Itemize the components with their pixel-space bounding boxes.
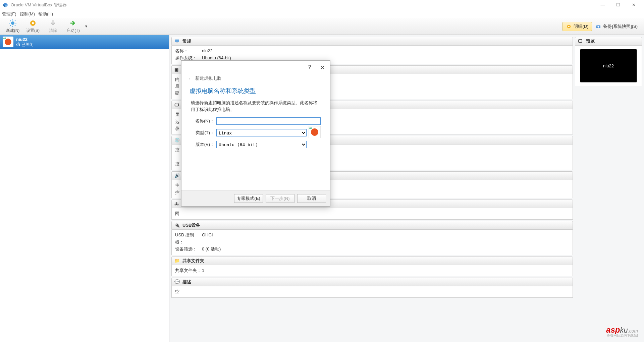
dialog-help-button[interactable]: ?	[303, 61, 316, 73]
toolbar-details-label: 明细(D)	[574, 23, 588, 30]
preview-thumbnail: niu22	[580, 49, 637, 82]
disk-icon: 💿	[174, 137, 180, 143]
svg-line-8	[10, 20, 11, 21]
dialog-heading: 虚拟电脑名称和系统类型	[181, 84, 330, 96]
menu-file[interactable]: 管理(F)	[2, 11, 16, 17]
toolbar-discard-label: 清除	[49, 28, 57, 34]
menu-control[interactable]: 控制(M)	[20, 11, 35, 17]
svg-line-10	[10, 25, 11, 26]
section-network-body: 网	[171, 208, 573, 220]
dialog-description: 请选择新虚拟电脑的描述名称及要安装的操作系统类型。此名称将用于标识此虚拟电脑。	[181, 96, 330, 117]
audio-icon: 🔊	[174, 173, 180, 178]
os-version-select[interactable]: Ubuntu (64-bit)	[216, 141, 307, 148]
section-description-header[interactable]: 💬描述	[171, 278, 573, 286]
new-vm-dialog: ? ✕ ← 新建虚拟电脑 虚拟电脑名称和系统类型 请选择新虚拟电脑的描述名称及要…	[181, 60, 330, 207]
chip-icon: ▣	[174, 67, 180, 72]
svg-point-13	[32, 22, 34, 24]
sun-icon	[9, 19, 17, 27]
vm-list-sidebar: 64 niu22 ⏻已关闭	[0, 35, 169, 342]
os-type-select[interactable]: Linux	[216, 129, 307, 136]
section-shared-header[interactable]: 📁共享文件夹	[171, 256, 573, 265]
toolbar-snapshots-label: 备份[系统快照](S)	[603, 23, 638, 30]
section-usb-header[interactable]: 🔌USB设备	[171, 221, 573, 230]
toolbar-new-label: 新建(N)	[6, 28, 20, 34]
usb-icon: 🔌	[174, 223, 180, 228]
back-arrow-icon[interactable]: ←	[188, 76, 193, 81]
vm-name: niu22	[16, 37, 34, 42]
main-toolbar: 新建(N) 设置(S) 清除 启动(T) ▼ 明细(D) 备份[系统快照](S)	[0, 18, 644, 35]
section-description-body: 空	[171, 286, 573, 298]
toolbar-settings-button[interactable]: 设置(S)	[23, 18, 43, 35]
vm-list-item[interactable]: 64 niu22 ⏻已关闭	[0, 35, 169, 49]
toolbar-new-button[interactable]: 新建(N)	[3, 18, 23, 35]
display-icon: 🖵	[174, 102, 180, 108]
watermark: aspku.com 免费网站源码下载站!	[606, 325, 638, 338]
ubuntu-os-icon: 64	[3, 37, 13, 47]
description-icon: 💬	[174, 279, 180, 285]
app-icon	[3, 2, 8, 8]
power-icon: ⏻	[16, 42, 20, 47]
svg-point-19	[5, 39, 11, 45]
next-button[interactable]: 下一步(N)	[266, 194, 294, 203]
monitor-icon: 🖵	[578, 39, 583, 44]
svg-point-3	[11, 21, 14, 25]
toolbar-start-label: 启动(T)	[66, 28, 79, 34]
section-general-header[interactable]: 常规	[171, 37, 573, 46]
camera-icon	[596, 24, 601, 29]
svg-point-17	[598, 26, 599, 27]
name-field-label: 名称(N)：	[191, 118, 214, 124]
svg-rect-21	[175, 40, 179, 42]
section-usb-body: USB 控制器：OHCI 设备筛选：0 (0 活动)	[171, 230, 573, 255]
dialog-breadcrumb: ← 新建虚拟电脑	[181, 74, 330, 84]
vm-name-input[interactable]	[216, 117, 321, 125]
folder-icon: 📁	[174, 258, 180, 264]
window-title: Oracle VM VirtualBox 管理器	[11, 2, 595, 8]
svg-rect-22	[176, 43, 178, 43]
gear-icon	[566, 24, 572, 29]
cancel-button[interactable]: 取消	[297, 194, 326, 203]
os-family-icon: 64	[309, 127, 321, 139]
discard-arrow-icon	[49, 19, 57, 27]
version-field-label: 版本(V)：	[191, 141, 214, 148]
toolbar-details-toggle[interactable]: 明细(D)	[562, 22, 592, 31]
window-titlebar: Oracle VM VirtualBox 管理器 — ☐ ✕	[0, 0, 644, 10]
menu-help[interactable]: 帮助(H)	[38, 11, 53, 17]
toolbar-start-button[interactable]: 启动(T)	[63, 18, 83, 35]
type-field-label: 类型(T)：	[191, 130, 214, 136]
expert-mode-button[interactable]: 专家模式(E)	[234, 194, 263, 203]
toolbar-settings-label: 设置(S)	[26, 28, 40, 34]
menu-bar: 管理(F) 控制(M) 帮助(H)	[0, 10, 644, 18]
svg-point-15	[568, 26, 570, 27]
toolbar-snapshots-toggle[interactable]: 备份[系统快照](S)	[592, 22, 641, 31]
vm-state: ⏻已关闭	[16, 42, 34, 47]
gear-icon	[29, 19, 37, 27]
window-minimize-button[interactable]: —	[595, 0, 610, 10]
start-arrow-icon	[69, 19, 77, 27]
section-preview-header[interactable]: 🖵预览	[575, 37, 642, 46]
svg-line-9	[15, 25, 15, 26]
section-shared-body: 共享文件夹：1	[171, 265, 573, 277]
svg-text:64: 64	[309, 127, 312, 130]
preview-body: niu22	[575, 46, 642, 86]
dialog-close-button[interactable]: ✕	[316, 61, 329, 73]
network-icon: 🖧	[174, 201, 180, 207]
svg-text:64: 64	[3, 37, 6, 40]
window-maximize-button[interactable]: ☐	[610, 0, 626, 10]
window-close-button[interactable]: ✕	[626, 0, 641, 10]
svg-line-11	[15, 20, 15, 21]
toolbar-start-dropdown[interactable]: ▼	[85, 24, 88, 28]
monitor-icon	[174, 39, 180, 44]
toolbar-discard-button: 清除	[43, 18, 63, 35]
